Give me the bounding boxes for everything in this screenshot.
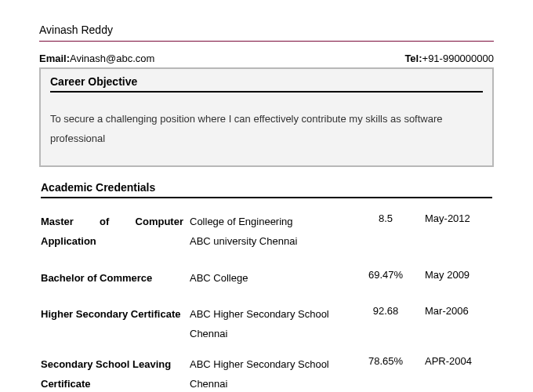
date-cell: APR-2004 — [417, 355, 488, 367]
tel-block: Tel:+91-990000000 — [404, 53, 494, 64]
score-cell: 78.65% — [354, 355, 417, 367]
score-cell: 92.68 — [354, 305, 417, 317]
inst-line: College of Engineering — [190, 212, 354, 232]
degree-line: Bachelor of Commerce — [41, 269, 183, 289]
inst-line: Chennai — [190, 375, 354, 393]
degree-cell: Master of Computer Application — [41, 212, 190, 251]
institution-cell: ABC Higher Secondary School Chennai — [190, 305, 354, 343]
score-cell: 8.5 — [354, 212, 417, 224]
degree-cell: Bachelor of Commerce — [41, 269, 190, 289]
degree-line: Certificate — [41, 375, 183, 393]
career-objective-text: To secure a challenging position where I… — [50, 110, 483, 148]
date-cell: Mar-2006 — [417, 305, 488, 317]
tel-label: Tel: — [404, 53, 422, 64]
score-cell: 69.47% — [354, 269, 417, 281]
email-label: Email: — [39, 53, 70, 64]
degree-cell: Higher Secondary Certificate — [41, 305, 190, 325]
institution-cell: College of Engineering ABC university Ch… — [190, 212, 354, 251]
inst-line: Chennai — [190, 325, 354, 344]
divider — [39, 41, 494, 42]
career-objective-header: Career Objective — [50, 75, 483, 93]
table-row: Bachelor of Commerce ABC College 69.47% … — [41, 269, 492, 289]
degree-line: Secondary School Leaving — [41, 355, 183, 375]
academic-section: Academic Credentials Master of Computer … — [39, 181, 494, 392]
inst-line: ABC Higher Secondary School — [190, 355, 354, 375]
table-row: Higher Secondary Certificate ABC Higher … — [41, 305, 492, 343]
credentials-table: Master of Computer Application College o… — [41, 212, 492, 392]
inst-line: ABC College — [190, 269, 354, 289]
email-block: Email:Avinash@abc.com — [39, 53, 154, 64]
inst-line: ABC Higher Secondary School — [190, 305, 354, 325]
degree-line: Higher Secondary Certificate — [41, 305, 183, 325]
contact-row: Email:Avinash@abc.com Tel:+91-990000000 — [39, 53, 494, 64]
date-cell: May-2012 — [417, 212, 488, 224]
table-row: Secondary School Leaving Certificate ABC… — [41, 355, 492, 392]
degree-line: Master of Computer — [41, 212, 183, 232]
institution-cell: ABC Higher Secondary School Chennai — [190, 355, 354, 392]
tel-value: +91-990000000 — [422, 53, 494, 64]
academic-header: Academic Credentials — [41, 181, 492, 198]
email-value: Avinash@abc.com — [70, 53, 154, 64]
degree-line: Application — [41, 232, 183, 252]
candidate-name: Avinash Reddy — [39, 24, 494, 41]
career-objective-box: Career Objective To secure a challenging… — [39, 67, 494, 167]
institution-cell: ABC College — [190, 269, 354, 289]
inst-line: ABC university Chennai — [190, 232, 354, 252]
table-row: Master of Computer Application College o… — [41, 212, 492, 251]
degree-cell: Secondary School Leaving Certificate — [41, 355, 190, 392]
date-cell: May 2009 — [417, 269, 488, 281]
